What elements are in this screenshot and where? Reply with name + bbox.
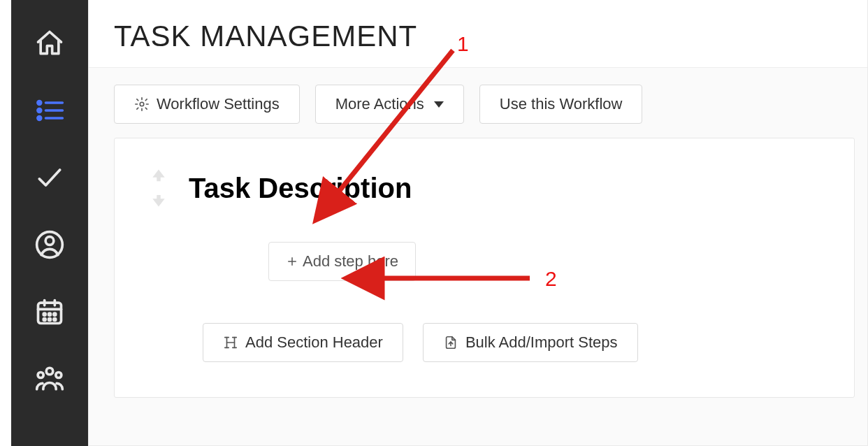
add-step-area: Add step here bbox=[150, 210, 819, 302]
user-icon bbox=[34, 229, 65, 260]
plus-icon bbox=[286, 255, 298, 268]
people-icon bbox=[34, 364, 65, 394]
sidebar bbox=[11, 0, 88, 446]
calendar-icon bbox=[34, 296, 65, 327]
nav-list[interactable] bbox=[11, 77, 88, 144]
file-import-icon bbox=[443, 335, 458, 350]
workflow-settings-button[interactable]: Workflow Settings bbox=[114, 85, 300, 124]
more-actions-label: More Actions bbox=[335, 95, 424, 113]
svg-point-14 bbox=[54, 313, 56, 315]
home-icon bbox=[34, 28, 65, 59]
svg-point-19 bbox=[38, 372, 43, 377]
svg-point-1 bbox=[38, 109, 41, 113]
add-section-header-label: Add Section Header bbox=[245, 333, 383, 352]
svg-point-18 bbox=[46, 368, 53, 375]
task-title[interactable]: Task Description bbox=[189, 173, 412, 204]
arrow-down-icon bbox=[150, 192, 168, 210]
use-workflow-label: Use this Workflow bbox=[500, 95, 623, 113]
annotation-2: 2 bbox=[545, 267, 557, 291]
svg-point-16 bbox=[49, 319, 51, 321]
add-section-header-button[interactable]: Add Section Header bbox=[203, 323, 403, 362]
toolbar: Workflow Settings More Actions Use this … bbox=[89, 68, 867, 138]
svg-point-13 bbox=[49, 313, 51, 315]
page-title: TASK MANAGEMENT bbox=[89, 0, 867, 68]
arrow-up-icon bbox=[150, 166, 168, 185]
step-row: Task Description bbox=[150, 166, 819, 210]
panel-actions: Add Section Header Bulk Add/Import Steps bbox=[150, 302, 819, 362]
svg-point-15 bbox=[43, 319, 45, 321]
svg-point-7 bbox=[45, 237, 54, 245]
workflow-settings-label: Workflow Settings bbox=[157, 95, 280, 113]
add-step-button[interactable]: Add step here bbox=[268, 242, 416, 281]
workflow-panel: Task Description Add step here Add Secti… bbox=[114, 138, 855, 398]
annotation-1: 1 bbox=[457, 32, 469, 56]
check-icon bbox=[34, 162, 65, 193]
gear-icon bbox=[134, 96, 150, 112]
svg-point-17 bbox=[54, 319, 56, 321]
svg-point-21 bbox=[140, 102, 144, 106]
bulk-import-button[interactable]: Bulk Add/Import Steps bbox=[423, 323, 638, 362]
reorder-arrows[interactable] bbox=[150, 166, 168, 210]
nav-check[interactable] bbox=[11, 144, 88, 211]
list-icon bbox=[34, 95, 65, 126]
more-actions-button[interactable]: More Actions bbox=[315, 85, 464, 124]
main-content: TASK MANAGEMENT Workflow Settings More A… bbox=[88, 0, 868, 446]
svg-point-2 bbox=[38, 117, 41, 120]
nav-user[interactable] bbox=[11, 211, 88, 278]
bulk-import-label: Bulk Add/Import Steps bbox=[465, 333, 618, 352]
nav-home[interactable] bbox=[11, 10, 88, 77]
nav-calendar[interactable] bbox=[11, 278, 88, 345]
use-workflow-button[interactable]: Use this Workflow bbox=[479, 85, 643, 124]
heading-icon bbox=[223, 335, 238, 350]
svg-point-12 bbox=[43, 313, 45, 315]
nav-people[interactable] bbox=[11, 345, 88, 412]
svg-point-0 bbox=[38, 101, 41, 105]
chevron-down-icon bbox=[434, 101, 444, 108]
svg-point-20 bbox=[56, 372, 62, 377]
add-step-label: Add step here bbox=[303, 252, 398, 271]
